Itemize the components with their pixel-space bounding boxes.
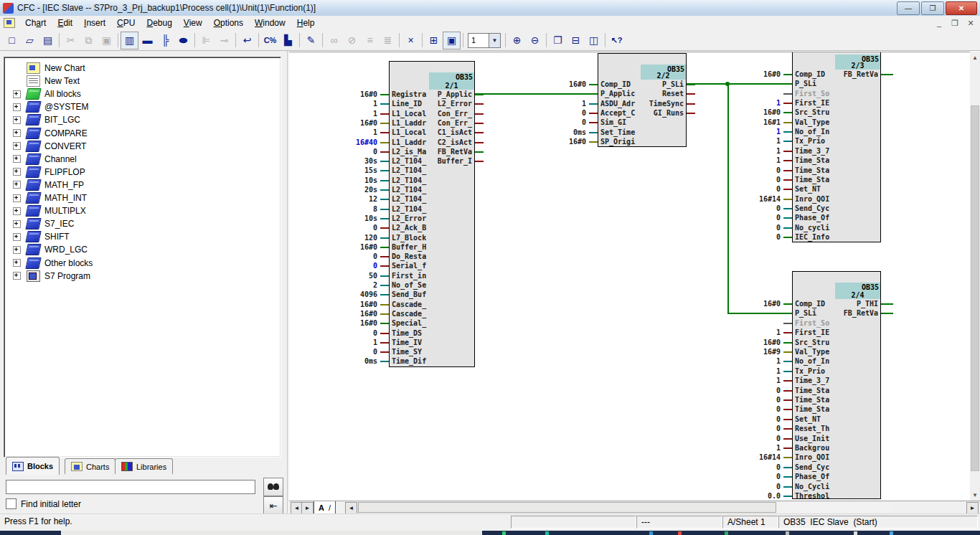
expand-plus-icon[interactable] [13,220,21,228]
menu-help[interactable]: Help [291,16,321,29]
connection-line[interactable] [727,84,729,313]
input-value[interactable]: 1 [738,377,781,384]
input-value[interactable]: 1 [334,128,377,136]
print-button[interactable]: ▤ [39,32,57,49]
chart-document-icon[interactable] [4,18,15,28]
input-name[interactable]: Time_Sta [795,396,829,404]
tile-horizontal-button[interactable]: ⊟ [567,32,585,49]
tree-item-s7-iec[interactable]: S7_IEC [4,217,281,230]
menu-view[interactable]: View [178,16,208,29]
input-value[interactable]: 16#9 [738,348,781,356]
input-value[interactable]: 0 [738,473,781,480]
input-value[interactable]: 0.0 [738,492,781,500]
input-value[interactable]: 10s [334,176,377,184]
input-value[interactable]: 0 [738,405,781,413]
expand-plus-icon[interactable] [13,194,21,202]
find-button[interactable] [263,478,283,496]
block-catalog-button[interactable]: ▥ [121,32,138,49]
input-name[interactable]: Time_Dif [392,357,426,365]
input-value[interactable]: 12 [334,195,377,203]
zoom-combo[interactable]: 1▼ [468,33,501,48]
input-name[interactable]: First_So [795,319,829,327]
input-name[interactable]: P_SLi [795,80,816,87]
input-name[interactable]: Backgrou [795,444,829,452]
input-value[interactable]: 0 [738,483,781,491]
input-value[interactable]: 1 [738,99,781,107]
input-value[interactable]: 16#0 [334,310,377,318]
mdi-close-button[interactable]: ✕ [966,19,976,28]
input-name[interactable]: Send_Cyc [795,204,829,212]
input-name[interactable]: No_cycli [795,224,829,232]
tab-blocks[interactable]: Blocks [6,457,60,475]
connection-line[interactable] [727,313,792,314]
scroll-up-button[interactable]: ▲ [970,52,980,63]
tree-item-all-blocks[interactable]: All blocks [4,87,281,100]
input-name[interactable]: Tx_Prio [795,137,825,145]
sheet-tab-a[interactable]: A [314,501,336,514]
input-name[interactable]: Time_Sta [795,176,829,184]
input-value[interactable]: 120 [334,234,377,242]
expand-plus-icon[interactable] [13,155,21,163]
input-name[interactable]: Set_NT [795,185,821,193]
output-name[interactable]: P_Applic [415,90,472,98]
output-name[interactable]: Reset [626,90,684,98]
chart-canvas[interactable]: IEC Slave 1S7_IEC_CS7IEC_S1OB352/116#0Re… [289,52,970,501]
taskbar-app-icon[interactable] [854,531,857,535]
input-name[interactable]: Reset_Th [795,425,829,432]
tree-item-compare[interactable]: COMPARE [4,127,281,140]
input-value[interactable]: 16#0 [334,119,377,127]
taskbar-app-icon[interactable] [649,531,653,535]
tree-item-shift[interactable]: SHIFT [4,230,281,243]
input-value[interactable]: 0 [738,387,781,394]
input-name[interactable]: Time_Sta [795,405,829,413]
tree-item-s7-program[interactable]: S7 Program [4,270,281,283]
input-name[interactable]: L2_Error [392,214,426,222]
input-value[interactable]: 16#0 [738,338,781,346]
taskbar-app-icon[interactable] [786,531,789,535]
input-name[interactable]: First_So [795,90,829,98]
input-value[interactable]: 2 [334,281,377,289]
zoom-out-button[interactable]: ⊖ [526,32,544,49]
input-name[interactable]: No_Cycli [795,483,829,491]
tree-item-bit-lgc[interactable]: BIT_LGC [4,113,281,126]
taskbar-app-icon[interactable] [890,531,893,535]
tree-item-new-text[interactable]: New Text [4,75,281,87]
input-name[interactable]: Cascade_ [392,310,426,318]
input-name[interactable]: L2_T104_ [392,166,426,174]
input-value[interactable]: 8 [334,205,377,213]
find-next-button[interactable]: ⇤ [263,496,283,515]
sheet-view-button[interactable]: ▣ [443,32,461,49]
input-value[interactable]: 16#1 [738,118,781,126]
menu-window[interactable]: Window [249,16,291,29]
close-button[interactable]: ✕ [946,1,977,15]
sign-button[interactable]: ✎ [302,32,320,49]
input-value[interactable]: 1 [334,110,377,118]
input-value[interactable]: 1 [738,357,781,365]
input-value[interactable]: 0ms [334,357,377,365]
input-value[interactable]: 16#0 [738,108,781,116]
tree-item-multiplx[interactable]: MULTIPLX [4,204,281,217]
minimize-button[interactable]: — [897,1,920,15]
chevron-down-icon[interactable]: ▼ [489,34,500,47]
connection-line[interactable] [881,313,893,314]
input-name[interactable]: Time_Sta [795,156,829,164]
expand-plus-icon[interactable] [13,168,21,176]
input-value[interactable]: 16#14 [738,195,781,203]
input-name[interactable]: Set_Time [600,128,635,136]
input-name[interactable]: Set_NT [795,415,821,423]
input-name[interactable]: Threshol [795,492,829,500]
expand-plus-icon[interactable] [13,103,21,111]
input-name[interactable]: No_of_In [795,128,829,136]
output-name[interactable]: P_THI [821,300,878,308]
input-name[interactable]: Use_Init [795,435,829,442]
input-name[interactable]: Special_ [392,319,426,327]
input-value[interactable]: 1 [738,367,781,375]
input-name[interactable]: Time_3_7 [795,147,829,155]
expand-plus-icon[interactable] [13,90,21,98]
sheet-layout-button[interactable]: ▬ [138,32,156,49]
menu-cpu[interactable]: CPU [111,16,141,29]
input-name[interactable]: No_of_In [795,357,829,365]
input-name[interactable]: P_SLi [795,309,816,317]
input-name[interactable]: Time_Sta [795,166,829,174]
input-value[interactable]: 16#0 [334,319,377,327]
